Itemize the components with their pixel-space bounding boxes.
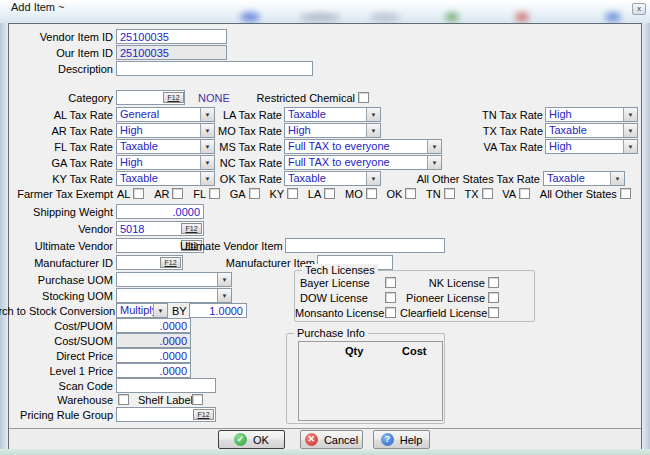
state-label: GA <box>230 188 246 200</box>
background-blur-blob <box>370 13 400 22</box>
vendor-item-id-input[interactable] <box>116 29 227 44</box>
pioneer-license-checkbox[interactable] <box>488 292 499 303</box>
chevron-down-icon[interactable] <box>427 156 441 169</box>
farmer-tax-exempt-label: Farmer Tax Exempt <box>10 188 113 201</box>
shipping-weight-input[interactable] <box>116 204 204 219</box>
stocking-uom-label: Stocking UOM <box>10 290 113 303</box>
mo-tax-rate-select[interactable]: High <box>284 123 381 138</box>
conversion-by-label: BY <box>172 305 186 318</box>
state-label: FL <box>193 188 206 200</box>
tx-tax-rate-select[interactable]: Taxable <box>545 123 638 138</box>
chevron-down-icon[interactable] <box>366 124 380 137</box>
ultimate-vendor-item-input[interactable] <box>285 238 445 253</box>
ky-tax-rate-label: KY Tax Rate <box>10 173 113 186</box>
category-lookup-button[interactable]: F12 <box>163 92 184 103</box>
all-other-states-tax-rate-select[interactable]: Taxable <box>543 171 625 186</box>
window-left-border <box>0 23 8 449</box>
warehouse-label: Warehouse <box>10 394 113 407</box>
farmer-exempt-fl: FL <box>193 188 220 200</box>
dow-license-checkbox[interactable] <box>385 292 396 303</box>
farmer-exempt-ok-checkbox[interactable] <box>405 188 416 199</box>
clearfield-license-checkbox[interactable] <box>488 307 499 318</box>
chevron-down-icon[interactable] <box>623 140 637 153</box>
cancel-button-label: Cancel <box>324 434 358 446</box>
nc-tax-rate-select[interactable]: Full TAX to everyone <box>284 155 442 170</box>
farmer-exempt-ar-checkbox[interactable] <box>172 188 183 199</box>
state-label: TX <box>464 188 478 200</box>
farmer-exempt-al-checkbox[interactable] <box>133 188 144 199</box>
tx-tax-rate-value: Taxable <box>549 124 587 137</box>
nc-tax-rate-label: NC Tax Rate <box>180 157 282 170</box>
chevron-down-icon[interactable] <box>153 304 167 317</box>
la-tax-rate-select[interactable]: Taxable <box>284 107 381 122</box>
chevron-down-icon[interactable] <box>366 172 380 185</box>
help-question-icon: ? <box>381 433 394 446</box>
ok-tax-rate-label: OK Tax Rate <box>180 173 282 186</box>
farmer-exempt-tn-checkbox[interactable] <box>444 188 455 199</box>
chevron-down-icon[interactable] <box>217 289 231 302</box>
chevron-down-icon[interactable] <box>610 172 624 185</box>
farmer-exempt-fl-checkbox[interactable] <box>209 188 220 199</box>
ok-tax-rate-value: Taxable <box>288 172 326 185</box>
chevron-down-icon[interactable] <box>623 108 637 121</box>
restricted-chemical-checkbox[interactable] <box>358 92 369 103</box>
chevron-down-icon[interactable] <box>366 108 380 121</box>
cost-puom-input[interactable] <box>116 318 191 333</box>
chevron-down-icon[interactable] <box>623 124 637 137</box>
shelf-label-checkbox[interactable] <box>192 394 203 405</box>
help-button-label: Help <box>400 434 423 446</box>
manufacturer-item-label: Manufacturer Item <box>213 257 315 270</box>
farmer-exempt-tx: TX <box>464 188 492 200</box>
purchase-uom-select[interactable] <box>116 272 232 287</box>
tn-tax-rate-select[interactable]: High <box>545 107 638 122</box>
state-label: LA <box>308 188 321 200</box>
title-bar: Add Item ~ x <box>0 0 650 23</box>
farmer-exempt-la-checkbox[interactable] <box>324 188 335 199</box>
scan-code-input[interactable] <box>116 378 216 393</box>
restricted-chemical-label: Restricted Chemical <box>255 92 355 105</box>
tx-tax-rate-label: TX Tax Rate <box>440 125 543 138</box>
level-1-price-input[interactable] <box>116 363 191 378</box>
farmer-exempt-va-checkbox[interactable] <box>519 188 530 199</box>
vendor-lookup-button[interactable]: F12 <box>181 223 202 234</box>
ms-tax-rate-select[interactable]: Full TAX to everyone <box>284 139 442 154</box>
purchase-info-list[interactable]: Qty Cost <box>298 341 443 421</box>
va-tax-rate-select[interactable]: High <box>545 139 638 154</box>
manufacturer-id-lookup-button[interactable]: F12 <box>160 257 181 268</box>
farmer-exempt-all-other-checkbox[interactable] <box>620 188 631 199</box>
window-bottom-border <box>0 449 650 455</box>
conversion-method-select[interactable]: Multiply <box>116 303 168 318</box>
state-label: All Other States <box>540 188 617 200</box>
ok-button[interactable]: ✓ OK <box>218 430 285 449</box>
nc-tax-rate-value: Full TAX to everyone <box>288 156 390 169</box>
cancel-button[interactable]: ✕ Cancel <box>300 430 363 449</box>
chevron-down-icon[interactable] <box>427 140 441 153</box>
al-tax-rate-label: AL Tax Rate <box>10 109 113 122</box>
farmer-exempt-mo: MO <box>345 188 377 200</box>
farmer-exempt-tx-checkbox[interactable] <box>482 188 493 199</box>
shelf-label-label: Shelf Label <box>138 394 188 407</box>
bayer-license-checkbox[interactable] <box>385 277 396 288</box>
ok-tax-rate-select[interactable]: Taxable <box>284 171 381 186</box>
warehouse-checkbox[interactable] <box>118 394 129 405</box>
nk-license-checkbox[interactable] <box>488 277 499 288</box>
direct-price-input[interactable] <box>116 348 191 363</box>
farmer-exempt-ky-checkbox[interactable] <box>287 188 298 199</box>
help-button[interactable]: ? Help <box>373 430 430 449</box>
description-input[interactable] <box>116 61 313 76</box>
state-label: MO <box>345 188 363 200</box>
farmer-exempt-tn: TN <box>426 188 455 200</box>
all-other-states-tax-rate-label: All Other States Tax Rate <box>405 173 540 186</box>
chevron-down-icon[interactable] <box>217 273 231 286</box>
window-title: Add Item ~ <box>11 1 65 14</box>
pricing-rule-group-lookup-button[interactable]: F12 <box>193 409 214 420</box>
farmer-exempt-mo-checkbox[interactable] <box>366 188 377 199</box>
dow-license-label: DOW License <box>300 292 353 305</box>
stocking-uom-select[interactable] <box>116 288 232 303</box>
farmer-exempt-ga-checkbox[interactable] <box>249 188 260 199</box>
close-icon[interactable]: x <box>632 3 646 15</box>
monsanto-license-checkbox[interactable] <box>385 307 396 318</box>
shipping-weight-label: Shipping Weight <box>10 206 113 219</box>
conversion-factor-input[interactable] <box>189 303 247 318</box>
ar-tax-rate-label: AR Tax Rate <box>10 125 113 138</box>
